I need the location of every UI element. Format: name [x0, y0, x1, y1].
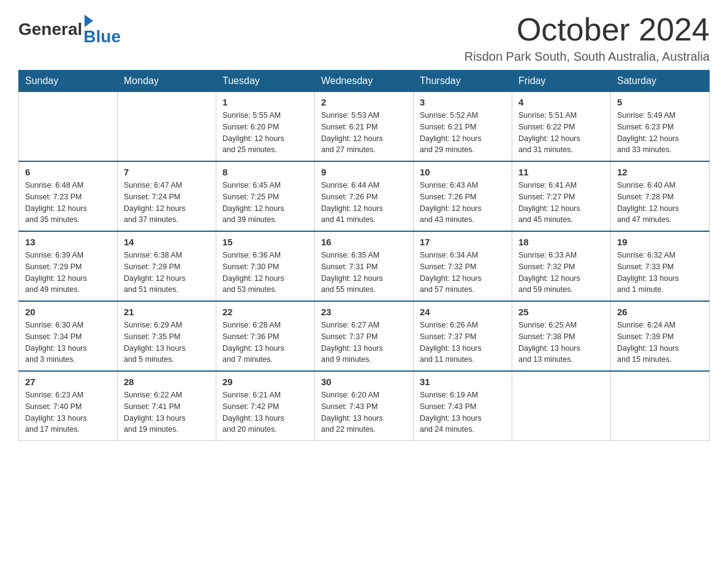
day-info: Sunrise: 5:49 AM Sunset: 6:23 PM Dayligh… — [617, 110, 703, 156]
day-info: Sunrise: 6:19 AM Sunset: 7:43 PM Dayligh… — [420, 389, 506, 435]
day-number: 2 — [321, 97, 407, 107]
calendar-cell: 21Sunrise: 6:29 AM Sunset: 7:35 PM Dayli… — [118, 301, 216, 371]
day-header-monday: Monday — [118, 71, 216, 92]
logo-blue-text: Blue — [83, 27, 121, 47]
day-number: 1 — [222, 97, 308, 107]
day-number: 28 — [124, 377, 210, 387]
logo-arrow-icon — [85, 15, 93, 27]
calendar-cell: 14Sunrise: 6:38 AM Sunset: 7:29 PM Dayli… — [118, 231, 216, 301]
calendar-week-row: 27Sunrise: 6:23 AM Sunset: 7:40 PM Dayli… — [19, 371, 710, 441]
calendar-cell: 15Sunrise: 6:36 AM Sunset: 7:30 PM Dayli… — [216, 231, 315, 301]
calendar-cell: 23Sunrise: 6:27 AM Sunset: 7:37 PM Dayli… — [315, 301, 414, 371]
calendar-cell: 29Sunrise: 6:21 AM Sunset: 7:42 PM Dayli… — [216, 371, 315, 441]
calendar-cell — [611, 371, 710, 441]
calendar-cell: 16Sunrise: 6:35 AM Sunset: 7:31 PM Dayli… — [315, 231, 414, 301]
calendar-cell: 20Sunrise: 6:30 AM Sunset: 7:34 PM Dayli… — [19, 301, 118, 371]
day-number: 6 — [25, 167, 111, 177]
day-number: 25 — [518, 307, 604, 317]
day-info: Sunrise: 6:21 AM Sunset: 7:42 PM Dayligh… — [222, 389, 308, 435]
day-number: 21 — [124, 307, 210, 317]
day-number: 7 — [124, 167, 210, 177]
day-number: 24 — [420, 307, 506, 317]
day-number: 9 — [321, 167, 407, 177]
calendar-cell: 8Sunrise: 6:45 AM Sunset: 7:25 PM Daylig… — [216, 161, 315, 231]
day-info: Sunrise: 6:22 AM Sunset: 7:41 PM Dayligh… — [124, 389, 210, 435]
day-number: 18 — [518, 237, 604, 247]
calendar-cell: 4Sunrise: 5:51 AM Sunset: 6:22 PM Daylig… — [512, 92, 611, 162]
calendar-cell: 22Sunrise: 6:28 AM Sunset: 7:36 PM Dayli… — [216, 301, 315, 371]
location-title: Risdon Park South, South Australia, Aust… — [464, 50, 710, 64]
day-info: Sunrise: 6:34 AM Sunset: 7:32 PM Dayligh… — [420, 250, 506, 296]
calendar-cell: 6Sunrise: 6:48 AM Sunset: 7:23 PM Daylig… — [19, 161, 118, 231]
day-number: 19 — [617, 237, 703, 247]
day-info: Sunrise: 5:51 AM Sunset: 6:22 PM Dayligh… — [518, 110, 604, 156]
calendar-cell: 5Sunrise: 5:49 AM Sunset: 6:23 PM Daylig… — [611, 92, 710, 162]
title-block: October 2024 Risdon Park South, South Au… — [464, 12, 710, 64]
day-header-wednesday: Wednesday — [315, 71, 414, 92]
day-header-sunday: Sunday — [19, 71, 118, 92]
day-number: 15 — [222, 237, 308, 247]
day-info: Sunrise: 6:43 AM Sunset: 7:26 PM Dayligh… — [420, 180, 506, 226]
day-info: Sunrise: 6:35 AM Sunset: 7:31 PM Dayligh… — [321, 250, 407, 296]
calendar-cell: 7Sunrise: 6:47 AM Sunset: 7:24 PM Daylig… — [118, 161, 216, 231]
day-info: Sunrise: 6:36 AM Sunset: 7:30 PM Dayligh… — [222, 250, 308, 296]
day-number: 17 — [420, 237, 506, 247]
calendar-header-row: SundayMondayTuesdayWednesdayThursdayFrid… — [19, 71, 710, 92]
calendar-cell: 10Sunrise: 6:43 AM Sunset: 7:26 PM Dayli… — [414, 161, 512, 231]
calendar-cell: 25Sunrise: 6:25 AM Sunset: 7:38 PM Dayli… — [512, 301, 611, 371]
day-info: Sunrise: 6:33 AM Sunset: 7:32 PM Dayligh… — [518, 250, 604, 296]
calendar-cell — [19, 92, 118, 162]
calendar-cell — [512, 371, 611, 441]
day-info: Sunrise: 6:48 AM Sunset: 7:23 PM Dayligh… — [25, 180, 111, 226]
page-header: General Blue October 2024 Risdon Park So… — [18, 12, 710, 64]
day-info: Sunrise: 6:45 AM Sunset: 7:25 PM Dayligh… — [222, 180, 308, 226]
calendar-cell — [118, 92, 216, 162]
day-number: 14 — [124, 237, 210, 247]
day-number: 13 — [25, 237, 111, 247]
day-info: Sunrise: 6:23 AM Sunset: 7:40 PM Dayligh… — [25, 389, 111, 435]
day-info: Sunrise: 6:38 AM Sunset: 7:29 PM Dayligh… — [124, 250, 210, 296]
day-info: Sunrise: 5:52 AM Sunset: 6:21 PM Dayligh… — [420, 110, 506, 156]
logo-general-text: General — [18, 20, 82, 39]
calendar-cell: 1Sunrise: 5:55 AM Sunset: 6:20 PM Daylig… — [216, 92, 315, 162]
calendar-table: SundayMondayTuesdayWednesdayThursdayFrid… — [18, 70, 710, 441]
day-info: Sunrise: 6:40 AM Sunset: 7:28 PM Dayligh… — [617, 180, 703, 226]
day-number: 5 — [617, 97, 703, 107]
day-number: 22 — [222, 307, 308, 317]
day-header-friday: Friday — [512, 71, 611, 92]
day-number: 27 — [25, 377, 111, 387]
day-number: 8 — [222, 167, 308, 177]
day-number: 11 — [518, 167, 604, 177]
month-title: October 2024 — [464, 12, 710, 47]
calendar-cell: 11Sunrise: 6:41 AM Sunset: 7:27 PM Dayli… — [512, 161, 611, 231]
calendar-cell: 18Sunrise: 6:33 AM Sunset: 7:32 PM Dayli… — [512, 231, 611, 301]
calendar-week-row: 20Sunrise: 6:30 AM Sunset: 7:34 PM Dayli… — [19, 301, 710, 371]
day-info: Sunrise: 6:28 AM Sunset: 7:36 PM Dayligh… — [222, 320, 308, 366]
calendar-cell: 24Sunrise: 6:26 AM Sunset: 7:37 PM Dayli… — [414, 301, 512, 371]
calendar-cell: 27Sunrise: 6:23 AM Sunset: 7:40 PM Dayli… — [19, 371, 118, 441]
day-info: Sunrise: 6:24 AM Sunset: 7:39 PM Dayligh… — [617, 320, 703, 366]
day-info: Sunrise: 6:32 AM Sunset: 7:33 PM Dayligh… — [617, 250, 703, 296]
calendar-cell: 9Sunrise: 6:44 AM Sunset: 7:26 PM Daylig… — [315, 161, 414, 231]
calendar-cell: 17Sunrise: 6:34 AM Sunset: 7:32 PM Dayli… — [414, 231, 512, 301]
calendar-cell: 31Sunrise: 6:19 AM Sunset: 7:43 PM Dayli… — [414, 371, 512, 441]
day-number: 23 — [321, 307, 407, 317]
calendar-cell: 30Sunrise: 6:20 AM Sunset: 7:43 PM Dayli… — [315, 371, 414, 441]
day-number: 26 — [617, 307, 703, 317]
calendar-cell: 28Sunrise: 6:22 AM Sunset: 7:41 PM Dayli… — [118, 371, 216, 441]
day-info: Sunrise: 6:26 AM Sunset: 7:37 PM Dayligh… — [420, 320, 506, 366]
day-info: Sunrise: 6:39 AM Sunset: 7:29 PM Dayligh… — [25, 250, 111, 296]
calendar-week-row: 6Sunrise: 6:48 AM Sunset: 7:23 PM Daylig… — [19, 161, 710, 231]
calendar-cell: 26Sunrise: 6:24 AM Sunset: 7:39 PM Dayli… — [611, 301, 710, 371]
day-header-saturday: Saturday — [611, 71, 710, 92]
calendar-cell: 2Sunrise: 5:53 AM Sunset: 6:21 PM Daylig… — [315, 92, 414, 162]
day-header-tuesday: Tuesday — [216, 71, 315, 92]
day-header-thursday: Thursday — [414, 71, 512, 92]
day-info: Sunrise: 6:41 AM Sunset: 7:27 PM Dayligh… — [518, 180, 604, 226]
day-number: 20 — [25, 307, 111, 317]
day-info: Sunrise: 6:44 AM Sunset: 7:26 PM Dayligh… — [321, 180, 407, 226]
day-info: Sunrise: 6:29 AM Sunset: 7:35 PM Dayligh… — [124, 320, 210, 366]
calendar-week-row: 1Sunrise: 5:55 AM Sunset: 6:20 PM Daylig… — [19, 92, 710, 162]
day-number: 29 — [222, 377, 308, 387]
day-number: 12 — [617, 167, 703, 177]
